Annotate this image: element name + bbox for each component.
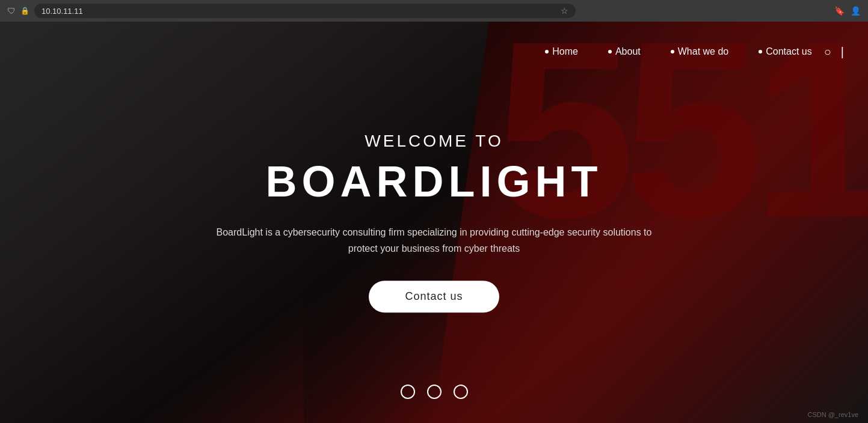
nav-link-about[interactable]: About <box>608 46 641 57</box>
hero-content: WELCOME TO BOARDLIGHT BoardLight is a cy… <box>164 132 705 312</box>
browser-right-actions: 🔖 👤 <box>834 6 861 16</box>
nav-dot-about <box>608 50 612 53</box>
brand-title: BOARDLIGHT <box>164 157 705 206</box>
nav-link-contact[interactable]: Contact us <box>759 46 811 57</box>
lock-icon: 🔒 <box>20 7 29 15</box>
nav-item-contact[interactable]: Contact us <box>759 46 811 57</box>
welcome-label: WELCOME TO <box>164 132 705 151</box>
favorite-icon[interactable]: ☆ <box>561 6 568 16</box>
nav-label-what-we-do: What we do <box>678 46 728 57</box>
address-bar[interactable]: 10.10.11.11 ☆ <box>34 4 576 18</box>
nav-link-home[interactable]: Home <box>545 46 578 57</box>
account-icon[interactable]: 👤 <box>851 6 861 16</box>
slide-indicators <box>401 385 468 399</box>
nav-label-contact: Contact us <box>766 46 811 57</box>
nav-item-home[interactable]: Home <box>545 46 578 57</box>
nav-dot-home <box>545 50 549 53</box>
nav-label-home: Home <box>552 46 578 57</box>
browser-chrome: 🛡 🔒 10.10.11.11 ☆ 🔖 👤 <box>0 0 868 22</box>
contact-us-button[interactable]: Contact us <box>369 281 499 313</box>
nav-links: Home About What we do Contact us <box>545 46 811 57</box>
nav-link-what-we-do[interactable]: What we do <box>671 46 728 57</box>
url-text: 10.10.11.11 <box>42 7 83 16</box>
nav-dot-contact <box>759 50 762 53</box>
website-container: 551 Home About What we do <box>0 22 868 423</box>
nav-label-about: About <box>615 46 641 57</box>
nav-extra-icon[interactable]: | <box>841 45 844 59</box>
user-profile-icon[interactable]: ○ <box>824 45 831 59</box>
slide-dot-2[interactable] <box>427 385 442 399</box>
watermark-text: CSDN @_rev1ve <box>807 411 858 418</box>
hero-description: BoardLight is a cybersecurity consulting… <box>209 224 660 257</box>
slide-dot-1[interactable] <box>401 385 415 399</box>
slide-dot-3[interactable] <box>454 385 468 399</box>
nav-dot-what-we-do <box>671 50 674 53</box>
bookmark-icon[interactable]: 🔖 <box>834 6 845 16</box>
nav-item-about[interactable]: About <box>608 46 641 57</box>
nav-item-what-we-do[interactable]: What we do <box>671 46 728 57</box>
navbar: Home About What we do Contact us <box>0 22 868 82</box>
shield-icon: 🛡 <box>7 6 16 16</box>
